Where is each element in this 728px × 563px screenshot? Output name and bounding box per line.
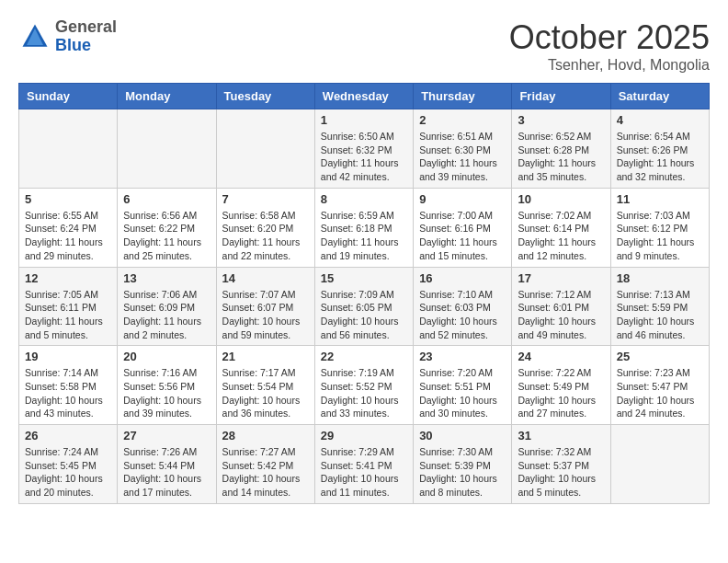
day-number: 25 (617, 350, 703, 363)
day-info: Sunrise: 7:20 AM Sunset: 5:51 PM Dayligh… (419, 366, 506, 420)
day-number: 4 (617, 113, 703, 127)
day-info: Sunrise: 7:00 AM Sunset: 6:16 PM Dayligh… (419, 209, 506, 263)
day-number: 11 (617, 192, 703, 206)
day-info: Sunrise: 7:17 AM Sunset: 5:54 PM Dayligh… (222, 366, 309, 420)
calendar-cell: 7Sunrise: 6:58 AM Sunset: 6:20 PM Daylig… (216, 188, 314, 267)
day-info: Sunrise: 7:32 AM Sunset: 5:37 PM Dayligh… (518, 445, 604, 500)
day-info: Sunrise: 6:52 AM Sunset: 6:28 PM Dayligh… (518, 130, 604, 184)
calendar-cell: 8Sunrise: 6:59 AM Sunset: 6:18 PM Daylig… (314, 188, 413, 267)
day-info: Sunrise: 7:13 AM Sunset: 5:59 PM Dayligh… (617, 288, 703, 342)
day-info: Sunrise: 6:56 AM Sunset: 6:22 PM Dayligh… (123, 209, 210, 263)
day-info: Sunrise: 7:12 AM Sunset: 6:01 PM Dayligh… (518, 288, 604, 342)
day-info: Sunrise: 7:09 AM Sunset: 6:05 PM Dayligh… (321, 288, 407, 342)
calendar-cell: 17Sunrise: 7:12 AM Sunset: 6:01 PM Dayli… (512, 267, 610, 346)
day-info: Sunrise: 7:23 AM Sunset: 5:47 PM Dayligh… (617, 366, 703, 420)
day-number: 6 (123, 192, 210, 206)
day-info: Sunrise: 7:03 AM Sunset: 6:12 PM Dayligh… (617, 209, 703, 263)
calendar-cell: 18Sunrise: 7:13 AM Sunset: 5:59 PM Dayli… (610, 267, 709, 346)
calendar-table: SundayMondayTuesdayWednesdayThursdayFrid… (18, 83, 710, 504)
calendar-cell: 23Sunrise: 7:20 AM Sunset: 5:51 PM Dayli… (414, 346, 512, 425)
calendar-cell: 4Sunrise: 6:54 AM Sunset: 6:26 PM Daylig… (610, 109, 709, 189)
calendar-cell: 31Sunrise: 7:32 AM Sunset: 5:37 PM Dayli… (512, 425, 610, 504)
day-number: 3 (518, 113, 604, 127)
day-info: Sunrise: 7:22 AM Sunset: 5:49 PM Dayligh… (518, 366, 604, 420)
day-info: Sunrise: 6:55 AM Sunset: 6:24 PM Dayligh… (25, 209, 111, 263)
page-header: General Blue October 2025 Tsenher, Hovd,… (18, 18, 710, 74)
calendar-cell: 1Sunrise: 6:50 AM Sunset: 6:32 PM Daylig… (314, 109, 413, 189)
calendar-week-row: 12Sunrise: 7:05 AM Sunset: 6:11 PM Dayli… (19, 267, 710, 346)
day-info: Sunrise: 7:10 AM Sunset: 6:03 PM Dayligh… (419, 288, 506, 342)
day-number: 28 (222, 429, 309, 442)
calendar-cell (216, 109, 314, 189)
day-of-week-header: Thursday (414, 84, 512, 109)
day-info: Sunrise: 6:51 AM Sunset: 6:30 PM Dayligh… (419, 130, 506, 184)
calendar-cell: 9Sunrise: 7:00 AM Sunset: 6:16 PM Daylig… (414, 188, 512, 267)
calendar-header-row: SundayMondayTuesdayWednesdayThursdayFrid… (19, 84, 710, 109)
calendar-cell: 10Sunrise: 7:02 AM Sunset: 6:14 PM Dayli… (512, 188, 610, 267)
calendar-cell: 26Sunrise: 7:24 AM Sunset: 5:45 PM Dayli… (19, 425, 118, 504)
calendar-cell: 14Sunrise: 7:07 AM Sunset: 6:07 PM Dayli… (216, 267, 314, 346)
calendar-cell: 29Sunrise: 7:29 AM Sunset: 5:41 PM Dayli… (314, 425, 413, 504)
logo-text: General Blue (55, 18, 117, 55)
day-info: Sunrise: 7:29 AM Sunset: 5:41 PM Dayligh… (321, 445, 407, 500)
day-of-week-header: Saturday (610, 84, 709, 109)
day-info: Sunrise: 7:26 AM Sunset: 5:44 PM Dayligh… (123, 445, 210, 500)
day-number: 21 (222, 350, 309, 363)
calendar-cell: 21Sunrise: 7:17 AM Sunset: 5:54 PM Dayli… (216, 346, 314, 425)
day-of-week-header: Wednesday (314, 84, 413, 109)
day-number: 9 (419, 192, 506, 206)
day-number: 5 (25, 192, 111, 206)
day-number: 20 (123, 350, 210, 363)
day-info: Sunrise: 6:50 AM Sunset: 6:32 PM Dayligh… (321, 130, 407, 184)
day-info: Sunrise: 7:14 AM Sunset: 5:58 PM Dayligh… (25, 366, 111, 420)
day-info: Sunrise: 7:07 AM Sunset: 6:07 PM Dayligh… (222, 288, 309, 342)
title-section: October 2025 Tsenher, Hovd, Mongolia (509, 18, 710, 74)
day-number: 12 (25, 271, 111, 285)
calendar-week-row: 26Sunrise: 7:24 AM Sunset: 5:45 PM Dayli… (19, 425, 710, 504)
calendar-cell: 22Sunrise: 7:19 AM Sunset: 5:52 PM Dayli… (314, 346, 413, 425)
calendar-cell: 2Sunrise: 6:51 AM Sunset: 6:30 PM Daylig… (414, 109, 512, 189)
calendar-cell: 20Sunrise: 7:16 AM Sunset: 5:56 PM Dayli… (118, 346, 216, 425)
day-info: Sunrise: 7:24 AM Sunset: 5:45 PM Dayligh… (25, 445, 111, 500)
calendar-cell: 28Sunrise: 7:27 AM Sunset: 5:42 PM Dayli… (216, 425, 314, 504)
day-number: 23 (419, 350, 506, 363)
day-number: 30 (419, 429, 506, 442)
day-info: Sunrise: 6:59 AM Sunset: 6:18 PM Dayligh… (321, 209, 407, 263)
month-title: October 2025 (509, 18, 710, 57)
day-number: 17 (518, 271, 604, 285)
day-of-week-header: Tuesday (216, 84, 314, 109)
calendar-cell: 11Sunrise: 7:03 AM Sunset: 6:12 PM Dayli… (610, 188, 709, 267)
calendar-cell: 16Sunrise: 7:10 AM Sunset: 6:03 PM Dayli… (414, 267, 512, 346)
logo-blue: Blue (55, 37, 117, 55)
day-of-week-header: Friday (512, 84, 610, 109)
day-info: Sunrise: 7:05 AM Sunset: 6:11 PM Dayligh… (25, 288, 111, 342)
calendar-cell (118, 109, 216, 189)
day-number: 31 (518, 429, 604, 442)
day-number: 16 (419, 271, 506, 285)
calendar-cell: 5Sunrise: 6:55 AM Sunset: 6:24 PM Daylig… (19, 188, 118, 267)
day-number: 19 (25, 350, 111, 363)
day-info: Sunrise: 7:30 AM Sunset: 5:39 PM Dayligh… (419, 445, 506, 500)
calendar-cell: 30Sunrise: 7:30 AM Sunset: 5:39 PM Dayli… (414, 425, 512, 504)
calendar-cell: 3Sunrise: 6:52 AM Sunset: 6:28 PM Daylig… (512, 109, 610, 189)
day-number: 8 (321, 192, 407, 206)
day-number: 13 (123, 271, 210, 285)
calendar-cell: 13Sunrise: 7:06 AM Sunset: 6:09 PM Dayli… (118, 267, 216, 346)
calendar-cell: 12Sunrise: 7:05 AM Sunset: 6:11 PM Dayli… (19, 267, 118, 346)
day-number: 22 (321, 350, 407, 363)
day-info: Sunrise: 7:06 AM Sunset: 6:09 PM Dayligh… (123, 288, 210, 342)
day-number: 29 (321, 429, 407, 442)
day-of-week-header: Monday (118, 84, 216, 109)
day-number: 27 (123, 429, 210, 442)
calendar-cell (610, 425, 709, 504)
day-info: Sunrise: 7:02 AM Sunset: 6:14 PM Dayligh… (518, 209, 604, 263)
calendar-week-row: 19Sunrise: 7:14 AM Sunset: 5:58 PM Dayli… (19, 346, 710, 425)
calendar-cell: 19Sunrise: 7:14 AM Sunset: 5:58 PM Dayli… (19, 346, 118, 425)
calendar-cell: 25Sunrise: 7:23 AM Sunset: 5:47 PM Dayli… (610, 346, 709, 425)
day-number: 24 (518, 350, 604, 363)
day-info: Sunrise: 6:58 AM Sunset: 6:20 PM Dayligh… (222, 209, 309, 263)
day-number: 7 (222, 192, 309, 206)
calendar-week-row: 1Sunrise: 6:50 AM Sunset: 6:32 PM Daylig… (19, 109, 710, 189)
day-of-week-header: Sunday (19, 84, 118, 109)
day-number: 15 (321, 271, 407, 285)
